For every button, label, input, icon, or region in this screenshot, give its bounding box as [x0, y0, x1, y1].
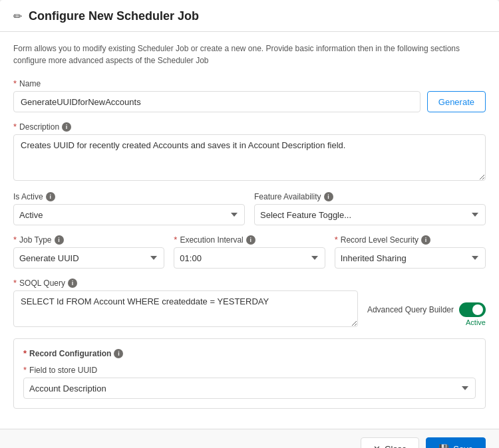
modal-configure-scheduler: ✏ Configure New Scheduler Job Form allow… [0, 0, 499, 448]
job-type-row: * Job Type i Generate UUID * Execution I… [13, 235, 486, 278]
description-textarea[interactable]: Creates UUID for recently created Accoun… [13, 134, 486, 181]
advanced-query-builder-wrap: Advanced Query Builder Active [367, 302, 486, 329]
is-active-group: Is Active i Active Inactive [13, 192, 245, 225]
soql-row: * SOQL Query i SELECT Id FROM Account WH… [13, 278, 486, 329]
modal-body: Form allows you to modify existing Sched… [0, 32, 499, 429]
name-label: * Name [13, 78, 486, 88]
name-label-text: Name [19, 79, 41, 88]
job-type-info-icon: i [55, 235, 64, 245]
record-configuration-label-text: Record Configuration [29, 349, 111, 358]
exec-interval-required: * [174, 235, 177, 245]
record-configuration-section: * Record Configuration i * Field to stor… [13, 338, 486, 409]
save-button[interactable]: 💾 Save [426, 437, 486, 448]
advanced-query-builder-toggle[interactable] [459, 302, 486, 317]
advanced-query-builder-active-label: Active [466, 318, 486, 326]
execution-interval-group: * Execution Interval i 01:00 02:00 06:00… [174, 235, 325, 269]
rls-required: * [335, 235, 338, 245]
execution-interval-select[interactable]: 01:00 02:00 06:00 12:00 24:00 [174, 247, 325, 269]
execution-interval-label: * Execution Interval i [174, 235, 325, 245]
feature-availability-label: Feature Availability i [254, 192, 486, 201]
generate-button[interactable]: Generate [427, 91, 486, 112]
soql-query-label: * SOQL Query i [13, 278, 358, 288]
name-group: * Name Generate [13, 78, 486, 112]
advanced-query-builder-label: Advanced Query Builder [367, 305, 454, 314]
soql-query-textarea[interactable]: SELECT Id FROM Account WHERE createddate… [13, 290, 358, 327]
job-type-select[interactable]: Generate UUID [13, 247, 164, 269]
toggle-slider [459, 302, 486, 317]
name-input[interactable] [13, 91, 420, 112]
execution-interval-info-icon: i [246, 235, 255, 245]
is-active-label-text: Is Active [13, 192, 43, 201]
is-active-label: Is Active i [13, 192, 245, 201]
feature-availability-label-text: Feature Availability [254, 192, 321, 201]
name-row: Generate [13, 91, 486, 112]
modal-header: ✏ Configure New Scheduler Job [0, 0, 499, 32]
form-description: Form allows you to modify existing Sched… [13, 43, 486, 66]
description-info-icon: i [62, 122, 71, 132]
description-required: * [13, 122, 17, 132]
is-active-info-icon: i [46, 192, 55, 201]
soql-required: * [13, 278, 17, 288]
active-feature-row: Is Active i Active Inactive Feature Avai… [13, 192, 486, 235]
job-type-group: * Job Type i Generate UUID [13, 235, 164, 269]
feature-availability-group: Feature Availability i Select Feature To… [254, 192, 486, 225]
feature-availability-info-icon: i [324, 192, 333, 201]
field-to-store-group: * Field to store UUID Account Descriptio… [23, 365, 476, 399]
job-type-label-text: Job Type [19, 235, 51, 245]
job-type-required: * [13, 235, 17, 245]
job-type-label: * Job Type i [13, 235, 164, 245]
is-active-select[interactable]: Active Inactive [13, 204, 245, 225]
record-level-security-group: * Record Level Security i Inherited Shar… [335, 235, 486, 269]
soql-query-group: * SOQL Query i SELECT Id FROM Account WH… [13, 278, 358, 329]
advanced-query-builder-label-row: Advanced Query Builder [367, 302, 486, 317]
close-button[interactable]: ✕ Close [361, 437, 419, 448]
field-to-store-required: * [23, 365, 27, 375]
record-level-security-select[interactable]: Inherited Sharing System Mode User Mode [335, 247, 486, 269]
record-level-security-label-text: Record Level Security [341, 235, 418, 245]
field-to-store-label: * Field to store UUID [23, 365, 476, 375]
field-to-store-label-text: Field to store UUID [29, 366, 97, 375]
record-configuration-label: * Record Configuration i [23, 348, 476, 358]
close-x-icon: ✕ [373, 444, 381, 449]
modal-footer: ✕ Close 💾 Save [0, 429, 499, 448]
feature-availability-select[interactable]: Select Feature Toggle... [254, 204, 486, 225]
record-configuration-info-icon: i [114, 349, 123, 358]
field-to-store-select[interactable]: Account Description [23, 378, 476, 399]
record-config-required: * [23, 348, 27, 358]
record-level-security-info-icon: i [421, 235, 430, 245]
name-required: * [13, 78, 17, 88]
close-label: Close [385, 444, 407, 449]
edit-icon: ✏ [13, 10, 22, 23]
save-icon: 💾 [438, 444, 449, 449]
modal-title: Configure New Scheduler Job [29, 9, 199, 23]
soql-info-icon: i [68, 279, 77, 288]
save-label: Save [453, 444, 473, 449]
soql-query-label-text: SOQL Query [19, 279, 65, 288]
description-label: * Description i [13, 122, 486, 132]
description-label-text: Description [19, 122, 59, 132]
execution-interval-label-text: Execution Interval [180, 235, 243, 245]
name-input-wrap [13, 91, 420, 112]
record-level-security-label: * Record Level Security i [335, 235, 486, 245]
description-group: * Description i Creates UUID for recentl… [13, 122, 486, 183]
